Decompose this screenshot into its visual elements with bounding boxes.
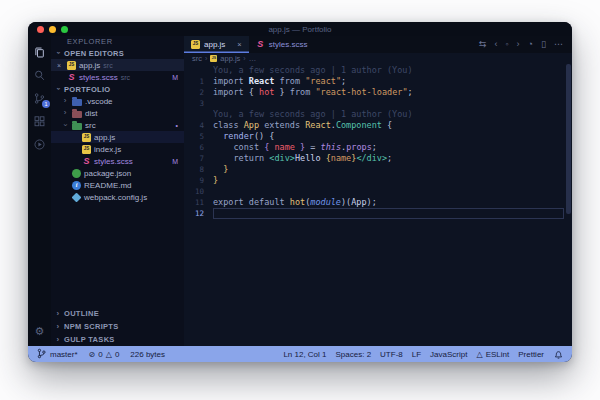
breadcrumb-label: src bbox=[192, 54, 202, 63]
folder-vscode-icon bbox=[72, 99, 82, 106]
npm-scripts-section[interactable]: NPM SCRIPTS bbox=[51, 320, 184, 333]
minimize-window-button[interactable] bbox=[49, 26, 56, 33]
sidebar-spacer bbox=[51, 203, 184, 307]
tree-item[interactable]: iREADME.md bbox=[51, 179, 184, 191]
code-line[interactable]: 1import React from "react"; bbox=[184, 76, 572, 87]
npm-icon bbox=[72, 169, 81, 178]
line-number: 4 bbox=[184, 121, 213, 130]
activity-run-debug-button[interactable] bbox=[28, 133, 51, 156]
scm-badge: 1 bbox=[42, 100, 50, 108]
more-actions-icon[interactable]: ⋯ bbox=[554, 40, 563, 49]
breadcrumb-item[interactable]: src bbox=[192, 54, 202, 63]
code-line[interactable]: You, a few seconds ago | 1 author (You) bbox=[184, 65, 572, 76]
scrollbar[interactable] bbox=[566, 64, 571, 214]
code-line[interactable]: 4class App extends React.Component { bbox=[184, 120, 572, 131]
code-line[interactable]: 6 const { name } = this.props; bbox=[184, 142, 572, 153]
tab-label: styles.scss bbox=[269, 40, 308, 49]
code-editor[interactable]: You, a few seconds ago | 1 author (You)1… bbox=[184, 64, 572, 346]
timeline-icon[interactable]: ◔ bbox=[528, 40, 533, 49]
chevron-right-icon bbox=[54, 323, 62, 331]
tab-app.js[interactable]: JSapp.js× bbox=[184, 36, 249, 53]
tree-item[interactable]: Sstyles.scssM bbox=[51, 155, 184, 167]
code-line[interactable]: 3 bbox=[184, 98, 572, 109]
code-line[interactable]: 11export default hot(module)(App); bbox=[184, 197, 572, 208]
navigate-position-icon[interactable]: ◦ bbox=[505, 40, 508, 49]
close-editor-icon[interactable]: × bbox=[57, 62, 64, 69]
code-text: import React from "react"; bbox=[213, 76, 564, 87]
status-lf[interactable]: LF bbox=[412, 350, 421, 359]
activity-search-button[interactable] bbox=[28, 64, 51, 87]
chevron-right-icon bbox=[61, 109, 69, 117]
folder-src-icon bbox=[72, 123, 82, 130]
file-label: package.json bbox=[84, 169, 131, 178]
tree-item[interactable]: dist bbox=[51, 107, 184, 119]
line-number: 12 bbox=[184, 209, 213, 218]
status-label: Spaces: 2 bbox=[336, 350, 372, 359]
breadcrumb: src›JSapp.js›… bbox=[184, 53, 572, 64]
tree-item[interactable]: package.json bbox=[51, 167, 184, 179]
code-line[interactable]: 9} bbox=[184, 175, 572, 186]
titlebar[interactable]: app.js — Portfolio bbox=[28, 22, 572, 36]
sass-icon: S bbox=[256, 40, 265, 49]
open-editor-item[interactable]: ×JSapp.jssrc bbox=[51, 59, 184, 71]
status-bar-right: Ln 12, Col 1Spaces: 2UTF-8LFJavaScript△E… bbox=[283, 349, 564, 360]
code-text: class App extends React.Component { bbox=[213, 120, 564, 131]
tab-styles.scss[interactable]: Sstyles.scss bbox=[249, 36, 315, 53]
status-ln-12-col-1[interactable]: Ln 12, Col 1 bbox=[283, 350, 326, 359]
tree-item[interactable]: JSapp.js bbox=[51, 131, 184, 143]
status-prettier[interactable]: Prettier bbox=[518, 350, 544, 359]
code-line[interactable]: 2import { hot } from "react-hot-loader"; bbox=[184, 87, 572, 98]
activity-source-control-button[interactable]: 1 bbox=[28, 87, 51, 110]
code-text: const { name } = this.props; bbox=[213, 142, 564, 153]
errors-icon: ⊘ bbox=[89, 350, 96, 359]
split-editor-icon[interactable]: ▯ bbox=[541, 40, 546, 49]
js-icon: JS bbox=[191, 40, 200, 49]
section-label: NPM SCRIPTS bbox=[64, 322, 119, 331]
gulp-tasks-section[interactable]: GULP TASKS bbox=[51, 333, 184, 346]
close-tab-icon[interactable]: × bbox=[237, 41, 241, 49]
line-number: 2 bbox=[184, 88, 213, 97]
open-changes-icon[interactable]: ⇆ bbox=[479, 40, 487, 49]
status-spaces-2[interactable]: Spaces: 2 bbox=[336, 350, 372, 359]
code-line[interactable]: 8 } bbox=[184, 164, 572, 175]
js-icon: JS bbox=[82, 133, 91, 142]
tree-item[interactable]: .vscode bbox=[51, 95, 184, 107]
errors-count: 0 bbox=[98, 350, 102, 359]
notifications-bell-icon[interactable] bbox=[553, 349, 564, 360]
code-line[interactable]: You, a few seconds ago | 1 author (You) bbox=[184, 109, 572, 120]
sidebar-bottom-sections: OUTLINENPM SCRIPTSGULP TASKS bbox=[51, 307, 184, 346]
line-number: 10 bbox=[184, 187, 213, 196]
status-eslint[interactable]: △ESLint bbox=[476, 350, 509, 359]
status-utf-8[interactable]: UTF-8 bbox=[380, 350, 403, 359]
editor-area: JSapp.js×Sstyles.scss ⇆‹◦›◔▯⋯ src›JSapp.… bbox=[184, 36, 572, 346]
code-line[interactable]: 5 render() { bbox=[184, 131, 572, 142]
code-line[interactable]: 10 bbox=[184, 186, 572, 197]
tree-item[interactable]: JSindex.js bbox=[51, 143, 184, 155]
status-javascript[interactable]: JavaScript bbox=[430, 350, 467, 359]
navigate-back-icon[interactable]: ‹ bbox=[494, 40, 497, 49]
code-line[interactable]: 12 bbox=[184, 208, 572, 219]
project-header[interactable]: PORTFOLIO bbox=[51, 83, 184, 95]
sass-icon: S bbox=[67, 73, 76, 82]
close-window-button[interactable] bbox=[37, 26, 44, 33]
open-editors-header[interactable]: OPEN EDITORS bbox=[51, 47, 184, 59]
tree-item[interactable]: webpack.config.js bbox=[51, 191, 184, 203]
activity-explorer-button[interactable] bbox=[28, 41, 51, 64]
explorer-title: EXPLORER bbox=[51, 36, 184, 47]
outline-section[interactable]: OUTLINE bbox=[51, 307, 184, 320]
folder-label: .vscode bbox=[85, 97, 113, 106]
problems-indicator[interactable]: ⊘ 0 △ 0 bbox=[89, 350, 120, 359]
activity-extensions-button[interactable] bbox=[28, 110, 51, 133]
breadcrumb-item[interactable]: JSapp.js bbox=[210, 54, 240, 63]
zoom-window-button[interactable] bbox=[61, 26, 68, 33]
git-branch-indicator[interactable]: master* bbox=[36, 348, 78, 361]
breadcrumb-item[interactable]: … bbox=[249, 54, 257, 63]
code-line[interactable]: 7 return <div>Hello {name}</div>; bbox=[184, 153, 572, 164]
settings-gear-icon[interactable]: ⚙ bbox=[28, 320, 51, 343]
js-icon: JS bbox=[82, 145, 91, 154]
js-icon: JS bbox=[210, 55, 217, 62]
file-path-suffix: src bbox=[103, 62, 112, 69]
navigate-forward-icon[interactable]: › bbox=[517, 40, 520, 49]
open-editor-item[interactable]: Sstyles.scsssrcM bbox=[51, 71, 184, 83]
tree-item[interactable]: src• bbox=[51, 119, 184, 131]
